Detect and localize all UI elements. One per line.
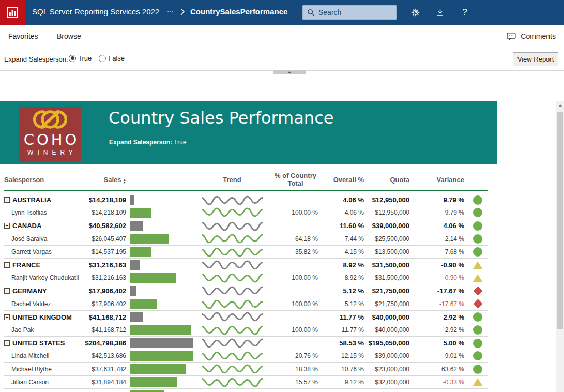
param-divider <box>494 48 494 70</box>
download-icon[interactable] <box>434 7 446 18</box>
trend-cell <box>195 259 269 272</box>
salesperson-name: Jillian Carson <box>11 379 49 386</box>
report-viewer-toolbar: of 1 100% <box>0 71 564 101</box>
overall-pct-cell: 4.06 % <box>322 209 368 216</box>
quota-cell: $12,950,000 <box>368 196 414 204</box>
quota-cell: $195,050,000 <box>368 339 414 347</box>
table-row-salesperson: Garrett Vargas$14,537,195 35.82 %4.15 %$… <box>4 246 488 259</box>
pct-of-country-cell: 20.76 % <box>269 352 322 359</box>
salesperson-name: Rachel Valdez <box>11 300 51 308</box>
sales-bar-cell <box>130 284 195 297</box>
comments-button[interactable]: Comments <box>506 31 556 41</box>
variance-indicator-cell <box>468 300 487 307</box>
expand-toggle-icon[interactable]: + <box>4 223 10 229</box>
yellow-triangle-icon <box>473 274 482 282</box>
overall-pct-cell: 11.77 % <box>322 313 368 321</box>
parameter-collapse-handle[interactable] <box>273 70 306 74</box>
variance-indicator-cell <box>468 365 487 374</box>
variance-indicator-cell <box>468 247 487 257</box>
overall-pct-cell: 11.60 % <box>322 222 368 230</box>
sales-cell: $17,906,402 <box>80 300 130 308</box>
salesperson-name: UNITED STATES <box>12 339 65 347</box>
radio-option-false[interactable]: False <box>99 54 125 62</box>
trend-cell <box>195 350 269 362</box>
trend-sparkline <box>202 363 263 375</box>
radio-false[interactable] <box>99 55 106 62</box>
sales-data-bar <box>130 299 157 309</box>
pct-of-country-cell: 15.57 % <box>269 379 322 386</box>
salesperson-cell: Lynn Tsoflias <box>4 209 80 216</box>
yellow-triangle-icon <box>473 261 482 269</box>
trend-sparkline <box>202 285 263 297</box>
overall-pct-cell: 4.15 % <box>322 248 368 255</box>
report-banner: COHO WINERY Country Sales Performance Ex… <box>0 101 497 164</box>
ssrs-logo[interactable] <box>0 0 25 25</box>
header-search-box[interactable] <box>302 5 397 20</box>
salesperson-name: Ranjit Varkey Chudukatil <box>11 274 79 281</box>
salesperson-cell: Linda Mitchell <box>4 352 80 359</box>
parameter-label: Expand Salesperson: <box>4 55 68 63</box>
expand-toggle-icon[interactable]: + <box>4 288 10 294</box>
view-report-button[interactable]: View Report <box>513 52 558 66</box>
quota-cell: $31,500,000 <box>368 274 414 281</box>
sales-bar-cell <box>130 298 195 310</box>
salesperson-cell: +UNITED STATES <box>4 339 80 347</box>
trend-sparkline <box>202 194 263 206</box>
search-icon <box>307 9 315 17</box>
quota-cell: $23,000,000 <box>368 366 414 373</box>
radio-true-selected[interactable] <box>69 55 76 62</box>
expand-toggle-icon[interactable]: + <box>4 314 10 320</box>
table-row-salesperson: José Saraiva$26,045,407 64.18 %7.44 %$25… <box>4 233 488 246</box>
green-circle-icon <box>473 339 482 348</box>
table-row-salesperson: Linda Mitchell$42,513,686 20.76 %12.15 %… <box>4 350 488 363</box>
trend-cell <box>195 324 269 336</box>
gear-icon[interactable] <box>410 7 421 18</box>
search-input[interactable] <box>318 8 386 17</box>
variance-indicator-cell <box>468 312 487 322</box>
breadcrumb-current[interactable]: CountrySalesPerformance <box>190 7 287 16</box>
salesperson-name: Jae Pak <box>11 326 34 334</box>
expand-toggle-icon[interactable]: + <box>4 197 10 203</box>
trend-cell <box>195 311 269 323</box>
sales-data-bar <box>130 273 176 283</box>
comments-label: Comments <box>521 32 556 40</box>
quota-cell: $40,000,000 <box>368 326 414 334</box>
scrollbar-thumb[interactable] <box>557 112 563 329</box>
expand-toggle-icon[interactable]: + <box>4 262 10 268</box>
radio-option-true[interactable]: True <box>69 54 92 62</box>
help-icon[interactable]: ? <box>459 7 470 18</box>
sales-bar-cell <box>130 272 195 284</box>
pct-of-country-cell: 64.18 % <box>269 235 322 243</box>
salesperson-cell: Garrett Vargas <box>4 248 80 255</box>
sales-data-bar <box>130 364 186 374</box>
overall-pct-cell: 4.06 % <box>322 196 368 204</box>
expand-toggle-icon[interactable]: + <box>4 340 10 346</box>
sales-data-bar <box>130 208 151 218</box>
vertical-scrollbar[interactable] <box>556 101 564 392</box>
quota-cell: $21,750,000 <box>368 287 414 295</box>
salesperson-name: Linda Mitchell <box>11 352 49 359</box>
salesperson-name: UNITED KINGDOM <box>12 313 72 321</box>
variance-indicator-cell <box>468 274 487 282</box>
variance-indicator-cell <box>468 339 487 348</box>
table-row-country: +GERMANY$17,906,402 5.12 %$21,750,000-17… <box>4 284 488 297</box>
tab-browse[interactable]: Browse <box>57 32 81 40</box>
breadcrumb-ellipsis[interactable]: ... <box>167 5 174 14</box>
tab-favorites[interactable]: Favorites <box>8 32 38 40</box>
variance-indicator-cell <box>468 351 487 360</box>
col-header-sales[interactable]: Sales▲▼ <box>80 176 130 186</box>
scrollbar-up-arrow[interactable] <box>556 101 564 110</box>
salesperson-name: Michael Blythe <box>11 366 52 373</box>
green-circle-icon <box>473 195 482 205</box>
quota-cell: $31,500,000 <box>368 261 414 269</box>
pct-of-country-cell: 35.82 % <box>269 248 322 255</box>
trend-cell <box>195 298 269 310</box>
col-header-salesperson[interactable]: Salesperson <box>4 176 80 186</box>
trend-cell <box>195 194 269 206</box>
variance-cell: 9.79 % <box>414 209 468 216</box>
sort-icon[interactable]: ▲▼ <box>123 178 126 184</box>
sales-data-bar <box>130 325 191 335</box>
trend-sparkline <box>202 337 263 350</box>
green-circle-icon <box>473 325 482 335</box>
app-title[interactable]: SQL Server Reporting Services 2022 <box>32 7 159 16</box>
